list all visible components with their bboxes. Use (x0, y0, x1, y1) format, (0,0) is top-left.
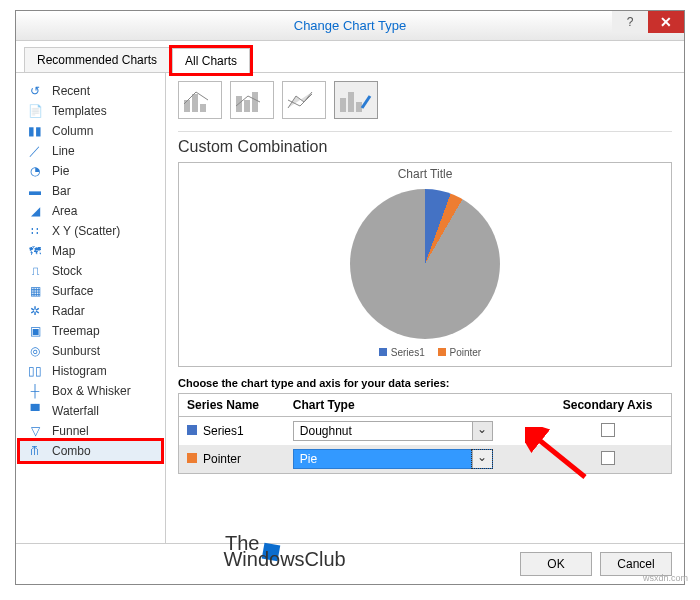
chart-type-dropdown-series1[interactable]: Doughnut⌄ (293, 421, 493, 441)
titlebar: Change Chart Type ? ✕ (16, 11, 684, 41)
legend-label: Pointer (450, 347, 482, 358)
choose-series-label: Choose the chart type and axis for your … (178, 377, 672, 389)
recent-icon: ↺ (26, 84, 44, 98)
series-swatch (187, 425, 197, 435)
sidebar-item-surface[interactable]: ▦Surface (20, 281, 161, 301)
secondary-axis-checkbox-series1[interactable] (601, 423, 615, 437)
combo-subtype-3[interactable] (282, 81, 326, 119)
chart-category-sidebar: ↺Recent 📄Templates ▮▮Column ／Line ◔Pie ▬… (16, 73, 166, 543)
series-name: Pointer (203, 452, 241, 466)
series-table: Series Name Chart Type Secondary Axis Se… (178, 393, 672, 474)
tabs: Recommended Charts All Charts (16, 41, 684, 73)
legend-swatch-2 (438, 348, 446, 356)
line-icon: ／ (26, 144, 44, 158)
change-chart-type-dialog: Change Chart Type ? ✕ Recommended Charts… (15, 10, 685, 585)
bar-icon: ▬ (26, 184, 44, 198)
tab-recommended-charts[interactable]: Recommended Charts (24, 47, 170, 72)
ok-button[interactable]: OK (520, 552, 592, 576)
sidebar-item-label: Surface (52, 284, 93, 298)
histogram-icon: ▯▯ (26, 364, 44, 378)
sidebar-item-scatter[interactable]: ∷X Y (Scatter) (20, 221, 161, 241)
box-whisker-icon: ┼ (26, 384, 44, 398)
sidebar-item-label: Recent (52, 84, 90, 98)
col-chart-type: Chart Type (285, 394, 544, 417)
col-series-name: Series Name (179, 394, 285, 417)
sidebar-item-line[interactable]: ／Line (20, 141, 161, 161)
sidebar-item-label: X Y (Scatter) (52, 224, 120, 238)
sidebar-item-bar[interactable]: ▬Bar (20, 181, 161, 201)
sidebar-item-label: Templates (52, 104, 107, 118)
sidebar-item-label: Waterfall (52, 404, 99, 418)
sidebar-item-map[interactable]: 🗺Map (20, 241, 161, 261)
chart-legend: Series1 Pointer (179, 347, 671, 358)
help-button[interactable]: ? (612, 11, 648, 33)
combo-subtype-row (178, 81, 672, 119)
sidebar-item-treemap[interactable]: ▣Treemap (20, 321, 161, 341)
secondary-axis-checkbox-pointer[interactable] (601, 451, 615, 465)
tab-all-charts[interactable]: All Charts (172, 48, 250, 73)
sidebar-item-label: Histogram (52, 364, 107, 378)
close-button[interactable]: ✕ (648, 11, 684, 33)
svg-line-9 (362, 96, 370, 108)
sidebar-item-area[interactable]: ◢Area (20, 201, 161, 221)
sidebar-item-label: Line (52, 144, 75, 158)
attribution: wsxdn.com (643, 573, 688, 583)
sidebar-item-templates[interactable]: 📄Templates (20, 101, 161, 121)
sidebar-item-label: Funnel (52, 424, 89, 438)
svg-rect-1 (192, 94, 198, 112)
series-swatch (187, 453, 197, 463)
combo-subtype-1[interactable] (178, 81, 222, 119)
sidebar-item-box-whisker[interactable]: ┼Box & Whisker (20, 381, 161, 401)
radar-icon: ✲ (26, 304, 44, 318)
sidebar-item-label: Combo (52, 444, 91, 458)
preview-title: Chart Title (179, 167, 671, 181)
stock-icon: ⎍ (26, 264, 44, 278)
section-title: Custom Combination (178, 131, 672, 156)
sidebar-item-recent[interactable]: ↺Recent (20, 81, 161, 101)
pie-icon: ◔ (26, 164, 44, 178)
sidebar-item-label: Radar (52, 304, 85, 318)
dialog-footer: OK Cancel (16, 543, 684, 584)
series-name: Series1 (203, 424, 244, 438)
sidebar-item-label: Pie (52, 164, 69, 178)
sidebar-item-pie[interactable]: ◔Pie (20, 161, 161, 181)
sidebar-item-radar[interactable]: ✲Radar (20, 301, 161, 321)
sidebar-item-sunburst[interactable]: ◎Sunburst (20, 341, 161, 361)
sidebar-item-label: Stock (52, 264, 82, 278)
sidebar-item-label: Sunburst (52, 344, 100, 358)
chart-type-dropdown-pointer[interactable]: Pie⌄ (293, 449, 493, 469)
series-row-pointer: Pointer Pie⌄ (179, 445, 672, 474)
sidebar-item-label: Box & Whisker (52, 384, 131, 398)
sidebar-item-waterfall[interactable]: ▝▘Waterfall (20, 401, 161, 421)
svg-rect-2 (200, 104, 206, 112)
svg-rect-0 (184, 100, 190, 112)
main-panel: Custom Combination Chart Title Series1 P… (166, 73, 684, 543)
templates-icon: 📄 (26, 104, 44, 118)
svg-rect-5 (252, 92, 258, 112)
sidebar-item-combo[interactable]: ⫚Combo (20, 441, 161, 461)
funnel-icon: ▽ (26, 424, 44, 438)
sidebar-item-column[interactable]: ▮▮Column (20, 121, 161, 141)
surface-icon: ▦ (26, 284, 44, 298)
dropdown-value: Doughnut (294, 422, 472, 440)
combo-icon: ⫚ (26, 444, 44, 458)
column-icon: ▮▮ (26, 124, 44, 138)
series-row-series1: Series1 Doughnut⌄ (179, 417, 672, 446)
legend-swatch-1 (379, 348, 387, 356)
col-secondary-axis: Secondary Axis (544, 394, 671, 417)
combo-subtype-2[interactable] (230, 81, 274, 119)
chart-preview: Chart Title Series1 Pointer (178, 162, 672, 367)
chevron-down-icon: ⌄ (472, 450, 492, 468)
sidebar-item-label: Column (52, 124, 93, 138)
svg-rect-4 (244, 100, 250, 112)
chevron-down-icon: ⌄ (472, 422, 492, 440)
combo-subtype-custom[interactable] (334, 81, 378, 119)
sidebar-item-funnel[interactable]: ▽Funnel (20, 421, 161, 441)
sidebar-item-label: Treemap (52, 324, 100, 338)
dropdown-value: Pie (294, 450, 472, 468)
sidebar-item-label: Bar (52, 184, 71, 198)
sidebar-item-histogram[interactable]: ▯▯Histogram (20, 361, 161, 381)
treemap-icon: ▣ (26, 324, 44, 338)
svg-rect-6 (340, 98, 346, 112)
sidebar-item-stock[interactable]: ⎍Stock (20, 261, 161, 281)
